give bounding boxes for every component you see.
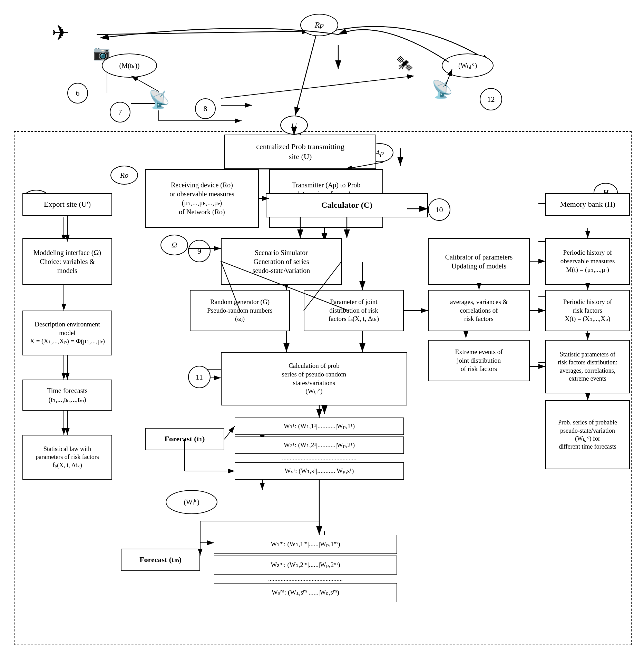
svg-line-59 <box>131 76 159 91</box>
dots-1: ........................................… <box>235 455 404 462</box>
number-12: 12 <box>480 88 502 110</box>
param-joint-box: Parameter of joint distribution of risk … <box>304 290 404 331</box>
export-site-box: Export site (U') <box>22 193 112 216</box>
svg-line-54 <box>295 36 316 116</box>
central-site-box: centralized Prob transmitting site (U) <box>224 135 376 169</box>
random-generator-box: Random generator (G) Pseudo-random numbe… <box>190 290 290 331</box>
w1-1-box: W₁¹: (W₁,1¹|...........|Wₚ,1¹) <box>235 418 404 435</box>
description-env-box: Description environment model X = (X₁,..… <box>22 311 112 355</box>
extreme-events-box: Extreme events of joint distribution of … <box>428 340 530 381</box>
number-10: 10 <box>428 198 450 221</box>
forecast-tm-box: Forecast (tₘ) <box>121 549 200 571</box>
bubble-mtk: (M(tₖ)) <box>102 53 157 78</box>
number-6: 6 <box>67 83 88 104</box>
ws-1-box: Wₛ¹: (W₁,s¹|...........|Wₚ,s¹) <box>235 462 404 480</box>
memory-bank-box: Memory bank (H) <box>545 193 630 216</box>
periodic-history-box: Periodic history of observable measures … <box>545 238 630 285</box>
calc-prob-box: Calculation of prob series of pseudo-ran… <box>221 352 407 405</box>
forecast-t1-box: Forecast (t₁) <box>145 428 224 450</box>
antenna-left-icon: 📡 <box>148 90 170 110</box>
scenario-simulator-box: Scenario Simulator Generation of series … <box>221 238 342 285</box>
prob-series-box: Prob. series of probable pseudo-state/va… <box>545 400 630 469</box>
w1-m-box: W₁ᵐ: (W₁,1ᵐ|......|Wₚ,1ᵐ) <box>214 535 397 554</box>
calibrator-box: Calibrator of parameters Updating of mod… <box>428 238 530 285</box>
w2-m-box: W₂ᵐ: (W₁,2ᵐ|......|Wₚ,2ᵐ) <box>214 556 397 575</box>
bubble-ro: Ro <box>110 166 138 185</box>
modeling-interface-box: Moddeling interface (Ω) Choice: variable… <box>22 238 112 285</box>
number-7: 7 <box>110 102 130 122</box>
w2-1-box: W₂¹: (W₁,2¹|...........|Wₚ,2¹) <box>235 437 404 454</box>
svg-line-62 <box>221 76 414 98</box>
number-9: 9 <box>188 240 211 262</box>
airplane-icon: ✈ <box>52 21 69 45</box>
receiving-device-box: Receiving device (Ro) or observable meas… <box>145 169 259 228</box>
ws-m-box: Wₛᵐ: (W₁,sᵐ|......|Wₚ,sᵐ) <box>214 583 397 602</box>
bubble-wijk-top: (Wᵢ,ⱼᵏ) <box>442 53 494 78</box>
diagram-container: ✈ 📷 📡 📡 🛰 Rp (M(tₖ)) (Wᵢ,ⱼᵏ) 6 7 8 12 U <box>0 0 644 657</box>
calculator-box: Calculator (C) <box>266 193 428 217</box>
averages-variances-box: averages, variances & correlations of ri… <box>428 290 530 331</box>
bubble-omega: Ω <box>160 235 188 255</box>
statistical-law-box: Statistical law with parameters of risk … <box>22 435 112 480</box>
satellite-icon: 🛰 <box>397 55 412 73</box>
statistic-params-box: Statistic parameters of risk factors dis… <box>545 340 630 393</box>
periodic-history-risk-box: Periodic history of risk factors X(t) = … <box>545 290 630 331</box>
bubble-wjk: (Wⱼᵏ) <box>166 490 217 514</box>
bubble-rp: Rp <box>300 14 338 36</box>
number-11: 11 <box>188 366 211 388</box>
time-forecasts-box: Time forecasts (t₁,...,tₖ,...,tₘ) <box>22 380 112 411</box>
bubble-u: U <box>280 116 308 135</box>
dots-2: ........................................… <box>214 575 397 582</box>
number-8: 8 <box>195 98 216 119</box>
antenna-right-icon: 📡 <box>431 79 453 99</box>
